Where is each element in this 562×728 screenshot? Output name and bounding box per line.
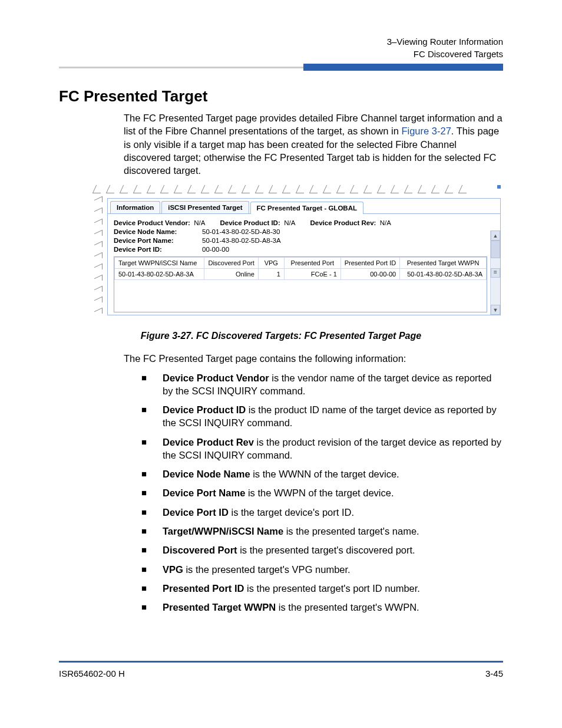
list-item: Presented Target WWPN is the presented t… bbox=[141, 601, 503, 614]
device-node-name: Device Node Name:50-01-43-80-02-5D-A8-30 bbox=[114, 228, 487, 235]
scroll-up-button[interactable]: ▲ bbox=[491, 230, 500, 241]
grid-header-row: Target WWPN/iSCSI Name Discovered Port V… bbox=[115, 258, 487, 269]
list-item: VPG is the presented target's VPG number… bbox=[141, 563, 503, 576]
list-item: Presented Port ID is the presented targe… bbox=[141, 582, 503, 595]
list-item: Device Port ID is the target device's po… bbox=[141, 506, 503, 519]
list-item-term: Presented Target WWPN bbox=[163, 602, 276, 612]
crop-marks-top bbox=[94, 185, 496, 193]
col-discovered-port[interactable]: Discovered Port bbox=[204, 258, 258, 269]
list-item-term: Target/WWPN/iSCSI Name bbox=[163, 526, 283, 536]
list-item-term: Presented Port ID bbox=[163, 583, 244, 594]
figure-container: Information iSCSI Presented Target FC Pr… bbox=[94, 185, 503, 318]
list-item-term: Device Product ID bbox=[163, 404, 246, 415]
tab-body: Device Product Vendor: N/A Device Produc… bbox=[108, 214, 500, 315]
list-item-term: Device Port Name bbox=[163, 487, 245, 498]
tab-iscsi-presented-target[interactable]: iSCSI Presented Target bbox=[161, 201, 249, 213]
screenshot-panel: Information iSCSI Presented Target FC Pr… bbox=[107, 198, 501, 315]
list-item: Device Port Name is the WWPN of the targ… bbox=[141, 486, 503, 499]
section-heading: FC Presented Target bbox=[59, 87, 503, 106]
crop-corner-icon bbox=[497, 185, 501, 189]
header-line1: 3–Viewing Router Information bbox=[59, 35, 503, 48]
scroll-grip-icon: ≡ bbox=[491, 268, 500, 278]
header-rule bbox=[59, 64, 503, 71]
device-port-id: Device Port ID:00-00-00 bbox=[114, 246, 487, 253]
intro-paragraph: The FC Presented Target page provides de… bbox=[59, 111, 503, 177]
field-description-list: Device Product Vendor is the vendor name… bbox=[59, 371, 503, 614]
list-item: Device Product Vendor is the vendor name… bbox=[141, 371, 503, 398]
device-port-name: Device Port Name:50-01-43-80-02-5D-A8-3A bbox=[114, 237, 487, 244]
footer-docid: ISR654602-00 H bbox=[59, 668, 125, 678]
list-item: Discovered Port is the presented target'… bbox=[141, 543, 503, 556]
list-item-term: Device Node Name bbox=[163, 469, 250, 479]
list-item-desc: is the WWNN of the target device. bbox=[250, 469, 399, 479]
grid-row[interactable]: 50-01-43-80-02-5D-A8-3A Online 1 FCoE - … bbox=[115, 269, 487, 280]
list-item: Device Product ID is the product ID name… bbox=[141, 403, 503, 430]
list-item-desc: is the presented target's WWPN. bbox=[276, 602, 419, 612]
list-item-term: Device Product Vendor bbox=[163, 373, 269, 383]
list-item-desc: is the WWPN of the target device. bbox=[245, 487, 394, 498]
list-item-term: Device Product Rev bbox=[163, 437, 254, 447]
list-item-desc: is the target device's port ID. bbox=[229, 507, 354, 518]
after-figure-text: The FC Presented Target page contains th… bbox=[59, 352, 503, 365]
crop-marks-left bbox=[94, 198, 103, 315]
list-item-term: Device Port ID bbox=[163, 507, 229, 518]
page-footer: ISR654602-00 H 3-45 bbox=[59, 661, 503, 678]
figure-link[interactable]: Figure 3-27 bbox=[401, 126, 451, 136]
tab-strip: Information iSCSI Presented Target FC Pr… bbox=[108, 199, 500, 214]
col-presented-port[interactable]: Presented Port bbox=[284, 258, 340, 269]
list-item: Device Product Rev is the product revisi… bbox=[141, 436, 503, 462]
list-item-term: Discovered Port bbox=[163, 545, 237, 555]
list-item-term: VPG bbox=[163, 564, 183, 575]
col-vpg[interactable]: VPG bbox=[258, 258, 284, 269]
tab-fc-presented-target[interactable]: FC Presented Target - GLOBAL bbox=[250, 202, 363, 214]
header-line2: FC Discovered Targets bbox=[59, 48, 503, 60]
list-item-desc: is the presented target's discovered por… bbox=[237, 545, 415, 555]
scroll-thumb[interactable] bbox=[491, 241, 500, 258]
list-item: Device Node Name is the WWNN of the targ… bbox=[141, 467, 503, 480]
device-product-line: Device Product Vendor: N/A Device Produc… bbox=[114, 219, 487, 226]
col-presented-port-id[interactable]: Presented Port ID bbox=[340, 258, 399, 269]
tab-information[interactable]: Information bbox=[110, 201, 160, 213]
col-target-wwpn[interactable]: Target WWPN/iSCSI Name bbox=[115, 258, 204, 269]
presentations-grid: Target WWPN/iSCSI Name Discovered Port V… bbox=[114, 256, 487, 312]
list-item-desc: is the presented target's name. bbox=[283, 526, 419, 536]
scroll-down-button[interactable]: ▼ bbox=[491, 305, 500, 315]
figure-caption: Figure 3-27. FC Discovered Targets: FC P… bbox=[59, 331, 503, 341]
footer-page-number: 3-45 bbox=[485, 668, 503, 678]
list-item: Target/WWPN/iSCSI Name is the presented … bbox=[141, 525, 503, 538]
list-item-desc: is the presented target's VPG number. bbox=[183, 564, 351, 575]
running-header: 3–Viewing Router Information FC Discover… bbox=[59, 35, 503, 60]
col-presented-target-wwpn[interactable]: Presented Target WWPN bbox=[400, 258, 487, 269]
list-item-desc: is the presented target's port ID number… bbox=[244, 583, 419, 594]
vertical-scrollbar[interactable]: ▲ ≡ ▼ bbox=[490, 230, 500, 315]
